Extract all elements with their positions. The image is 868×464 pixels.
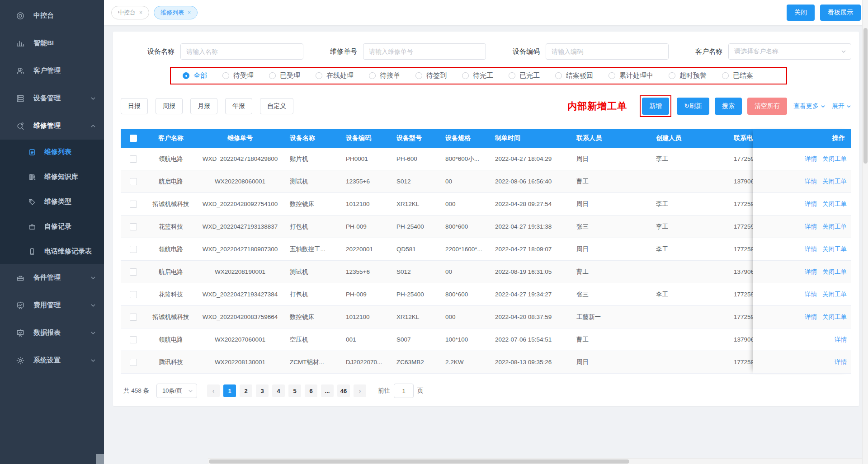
horizontal-scrollbar[interactable] — [208, 458, 862, 464]
维修单号-input[interactable] — [363, 43, 486, 60]
next-page-button[interactable]: › — [354, 384, 366, 397]
row-checkbox[interactable] — [130, 336, 137, 343]
table-cell: S012 — [391, 178, 440, 185]
refresh-icon: ↻ — [684, 102, 689, 109]
sidebar-item-智能BI[interactable]: 智能BI — [0, 29, 104, 57]
tab-repair-list[interactable]: 维修列表 × — [154, 6, 198, 19]
report-tab-年报[interactable]: 年报 — [225, 98, 252, 114]
sidebar-item-电话维修记录表[interactable]: 电话维修记录表 — [0, 239, 104, 264]
tab-close-icon[interactable]: × — [139, 9, 142, 16]
sidebar-item-备件管理[interactable]: 备件管理 — [0, 264, 104, 291]
report-tab-周报[interactable]: 周报 — [156, 98, 183, 114]
设备名称-input[interactable] — [180, 43, 303, 60]
close-order-link[interactable]: 关闭工单 — [822, 268, 847, 276]
sidebar-item-维修列表[interactable]: 维修列表 — [0, 140, 104, 164]
row-checkbox[interactable] — [130, 246, 137, 253]
tab-close-icon[interactable]: × — [188, 9, 191, 16]
status-radio-已完工[interactable]: 已完工 — [509, 71, 540, 80]
page-button-5[interactable]: 5 — [288, 384, 301, 397]
close-button[interactable]: 关闭 — [787, 5, 815, 21]
status-radio-超时预警[interactable]: 超时预警 — [669, 71, 707, 80]
status-radio-累计处理中[interactable]: 累计处理中 — [609, 71, 653, 80]
status-radio-待完工[interactable]: 待完工 — [462, 71, 493, 80]
sidebar-item-维修类型[interactable]: 维修类型 — [0, 189, 104, 214]
goto-page-input[interactable] — [394, 384, 414, 398]
detail-link[interactable]: 详情 — [805, 178, 817, 186]
repair-list-card: 设备名称维修单号设备编码客户名称请选择客户名称 全部待受理已受理在线处理待接单待… — [113, 32, 859, 406]
row-checkbox[interactable] — [130, 268, 137, 276]
close-order-link[interactable]: 关闭工单 — [822, 291, 847, 299]
close-order-link[interactable]: 关闭工单 — [822, 200, 847, 208]
sidebar-item-中控台[interactable]: 中控台 — [0, 2, 104, 29]
status-radio-待受理[interactable]: 待受理 — [222, 71, 254, 80]
page-button-4[interactable]: 4 — [272, 384, 285, 397]
detail-link[interactable]: 详情 — [805, 245, 817, 253]
page-button-46[interactable]: 46 — [337, 384, 350, 397]
status-radio-待签到[interactable]: 待签到 — [415, 71, 447, 80]
detail-link[interactable]: 详情 — [805, 200, 817, 208]
row-checkbox[interactable] — [130, 359, 137, 366]
prev-page-button[interactable]: ‹ — [207, 384, 220, 397]
status-radio-全部[interactable]: 全部 — [183, 71, 207, 80]
page-button-2[interactable]: 2 — [240, 384, 252, 397]
status-radio-待接单[interactable]: 待接单 — [369, 71, 400, 80]
detail-link[interactable]: 详情 — [805, 268, 817, 276]
close-order-link[interactable]: 关闭工单 — [822, 223, 847, 231]
detail-link[interactable]: 详情 — [835, 336, 847, 344]
detail-link[interactable]: 详情 — [805, 291, 817, 299]
sidebar-item-自修记录[interactable]: 自修记录 — [0, 214, 104, 239]
row-checkbox[interactable] — [130, 178, 137, 185]
page-button-6[interactable]: 6 — [305, 384, 317, 397]
status-radio-结案驳回[interactable]: 结案驳回 — [555, 71, 593, 80]
page-button-3[interactable]: 3 — [256, 384, 269, 397]
sidebar-scroll-corner[interactable] — [96, 454, 104, 464]
view-more-link[interactable]: 查看更多 — [793, 102, 826, 110]
sidebar-item-客户管理[interactable]: 客户管理 — [0, 57, 104, 84]
report-tab-月报[interactable]: 月报 — [190, 98, 217, 114]
status-radio-在线处理[interactable]: 在线处理 — [316, 71, 354, 80]
clear-all-button[interactable]: 清空所有 — [747, 98, 787, 115]
add-button[interactable]: 新增 — [642, 98, 669, 115]
row-checkbox[interactable] — [130, 223, 137, 230]
vertical-scrollbar[interactable] — [862, 0, 868, 464]
close-order-link[interactable]: 关闭工单 — [822, 313, 847, 321]
status-radio-已受理[interactable]: 已受理 — [269, 71, 300, 80]
detail-link[interactable]: 详情 — [805, 155, 817, 163]
expand-link[interactable]: 展开 — [832, 102, 851, 110]
table-cell: 2022-04-20 08:37:59 — [490, 314, 571, 320]
radio-label: 超时预警 — [679, 71, 707, 80]
status-radio-已结案[interactable]: 已结案 — [722, 71, 753, 80]
sidebar-item-系统设置[interactable]: 系统设置 — [0, 347, 104, 374]
board-display-button[interactable]: 看板展示 — [820, 5, 861, 21]
row-checkbox[interactable] — [130, 155, 137, 163]
refresh-button[interactable]: ↻刷新 — [677, 98, 709, 115]
table-cell: PH-009 — [340, 223, 391, 230]
radio-icon — [555, 72, 562, 79]
page-size-select[interactable]: 10条/页 — [156, 384, 197, 398]
close-order-link[interactable]: 关闭工单 — [822, 155, 847, 163]
row-checkbox[interactable] — [130, 291, 137, 298]
sidebar-item-数据报表[interactable]: 数据报表 — [0, 319, 104, 347]
detail-link[interactable]: 详情 — [805, 313, 817, 321]
sidebar-item-设备管理[interactable]: 设备管理 — [0, 84, 104, 112]
chevron-down-icon — [90, 275, 96, 281]
row-checkbox[interactable] — [130, 314, 137, 321]
close-order-link[interactable]: 关闭工单 — [822, 178, 847, 186]
sidebar-item-费用管理[interactable]: 费用管理 — [0, 291, 104, 319]
sidebar-item-维修知识库[interactable]: 维修知识库 — [0, 164, 104, 189]
report-tab-自定义[interactable]: 自定义 — [260, 98, 293, 114]
设备编码-input[interactable] — [546, 43, 669, 60]
select-all-checkbox[interactable] — [130, 135, 137, 142]
page-button-1[interactable]: 1 — [223, 384, 236, 397]
detail-link[interactable]: 详情 — [835, 358, 847, 366]
tab-console[interactable]: 中控台 × — [111, 6, 149, 19]
客户名称-select[interactable]: 请选择客户名称 — [728, 43, 851, 60]
sidebar-item-label: 智能BI — [33, 39, 54, 47]
report-tab-日报[interactable]: 日报 — [121, 98, 148, 114]
search-button[interactable]: 搜索 — [715, 98, 742, 115]
detail-link[interactable]: 详情 — [805, 223, 817, 231]
row-checkbox[interactable] — [130, 201, 137, 208]
sidebar-item-维修管理[interactable]: 维修管理 — [0, 112, 104, 140]
close-order-link[interactable]: 关闭工单 — [822, 245, 847, 253]
pager-ellipsis[interactable]: ... — [321, 384, 334, 397]
